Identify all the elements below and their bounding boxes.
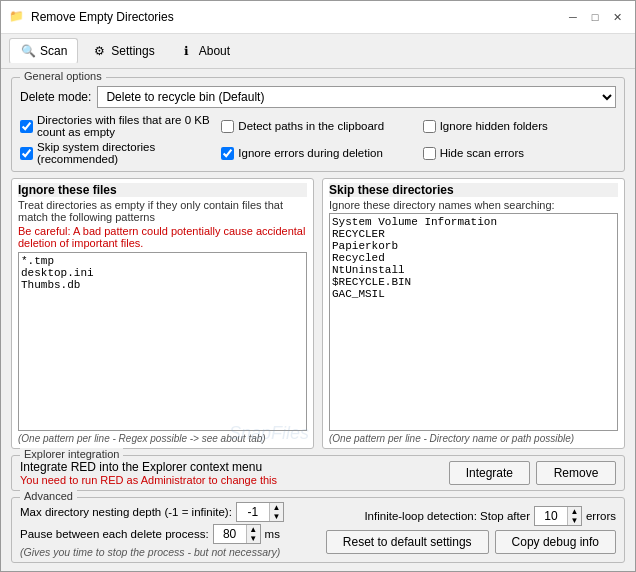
infinite-spin-buttons: ▲ ▼ [567,507,581,525]
max-depth-spinbox: ▲ ▼ [236,502,284,522]
close-button[interactable]: ✕ [607,7,627,27]
checkbox-row-3[interactable]: Skip system directories (recommended) [20,141,213,165]
infinite-spinbox: ▲ ▼ [534,506,582,526]
explorer-warn: You need to run RED as Administrator to … [20,474,449,486]
title-bar-left: 📁 Remove Empty Directories [9,9,174,25]
checkbox-label-3: Skip system directories (recommended) [37,141,213,165]
checkbox-label-5: Hide scan errors [440,147,524,159]
delete-mode-label: Delete mode: [20,90,91,104]
skip-dirs-panel: Skip these directories Ignore these dire… [322,178,625,449]
infinite-input[interactable] [535,507,567,525]
pause-up[interactable]: ▲ [246,525,260,534]
toolbar: 🔍 Scan ⚙ Settings ℹ About [1,34,635,69]
checkbox-row-0[interactable]: Directories with files that are 0 KB cou… [20,114,213,138]
checkbox-row-5[interactable]: Hide scan errors [423,141,616,165]
tab-about[interactable]: ℹ About [168,38,241,64]
app-icon: 📁 [9,9,25,25]
two-panels: Ignore these files Treat directories as … [11,178,625,449]
app-window: 📁 Remove Empty Directories ─ □ ✕ 🔍 Scan … [0,0,636,572]
integrate-button[interactable]: Integrate [449,461,530,485]
checkbox-label-2: Ignore hidden folders [440,120,548,132]
skip-dirs-title: Skip these directories [329,183,618,197]
delete-mode-select[interactable]: Delete to recycle bin (Default) Delete p… [97,86,616,108]
max-depth-spin-buttons: ▲ ▼ [269,503,283,521]
tab-settings-label: Settings [111,44,154,58]
ignore-files-textarea[interactable]: *.tmp desktop.ini Thumbs.db [18,252,307,431]
explorer-label: Explorer integration [20,448,123,460]
explorer-title: Integrate RED into the Explorer context … [20,460,449,474]
maximize-button[interactable]: □ [585,7,605,27]
tab-scan-label: Scan [40,44,67,58]
checkbox-row-4[interactable]: Ignore errors during deletion [221,141,414,165]
pause-unit: ms [265,528,280,540]
skip-dirs-desc: Ignore these directory names when search… [329,199,618,211]
explorer-row: Integrate RED into the Explorer context … [20,460,616,486]
skip-dirs-textarea[interactable]: System Volume Information RECYCLER Papie… [329,213,618,431]
ignore-files-panel: Ignore these files Treat directories as … [11,178,314,449]
checkbox-label-4: Ignore errors during deletion [238,147,382,159]
explorer-text-col: Integrate RED into the Explorer context … [20,460,449,486]
checkbox-2[interactable] [423,120,436,133]
remove-button[interactable]: Remove [536,461,616,485]
general-options-group: General options Delete mode: Delete to r… [11,77,625,172]
checkbox-4[interactable] [221,147,234,160]
debug-button[interactable]: Copy debug info [495,530,616,554]
minimize-button[interactable]: ─ [563,7,583,27]
checkbox-3[interactable] [20,147,33,160]
delete-mode-row: Delete mode: Delete to recycle bin (Defa… [20,86,616,108]
advanced-group: Advanced Max directory nesting depth (-1… [11,497,625,563]
tab-about-label: About [199,44,230,58]
skip-dirs-hint: (One pattern per line - Directory name o… [329,433,618,444]
window-controls: ─ □ ✕ [563,7,627,27]
advanced-right: Infinite-loop detection: Stop after ▲ ▼ … [326,506,616,554]
checkbox-label-1: Detect paths in the clipboard [238,120,384,132]
checkbox-label-0: Directories with files that are 0 KB cou… [37,114,213,138]
max-depth-up[interactable]: ▲ [269,503,283,512]
infinite-unit: errors [586,510,616,522]
infinite-down[interactable]: ▼ [567,516,581,525]
reset-button[interactable]: Reset to default settings [326,530,489,554]
advanced-hint: (Gives you time to stop the process - bu… [20,546,318,558]
max-depth-row: Max directory nesting depth (-1 = infini… [20,502,318,522]
infinite-label: Infinite-loop detection: Stop after [364,510,530,522]
pause-spin-buttons: ▲ ▼ [246,525,260,543]
pause-label: Pause between each delete process: [20,528,209,540]
title-bar: 📁 Remove Empty Directories ─ □ ✕ [1,1,635,34]
explorer-group: Explorer integration Integrate RED into … [11,455,625,491]
checkbox-5[interactable] [423,147,436,160]
title-text: Remove Empty Directories [31,10,174,24]
pause-spinbox: ▲ ▼ [213,524,261,544]
advanced-label: Advanced [20,490,77,502]
checkbox-row-2[interactable]: Ignore hidden folders [423,114,616,138]
pause-input[interactable] [214,525,246,543]
general-options-label: General options [20,70,106,82]
about-icon: ℹ [179,43,195,59]
settings-icon: ⚙ [91,43,107,59]
ignore-files-desc: Treat directories as empty if they only … [18,199,307,223]
checkbox-row-1[interactable]: Detect paths in the clipboard [221,114,414,138]
checkbox-0[interactable] [20,120,33,133]
tab-scan[interactable]: 🔍 Scan [9,38,78,64]
pause-down[interactable]: ▼ [246,534,260,543]
max-depth-label: Max directory nesting depth (-1 = infini… [20,506,232,518]
advanced-left: Max directory nesting depth (-1 = infini… [20,502,318,558]
max-depth-down[interactable]: ▼ [269,512,283,521]
max-depth-input[interactable] [237,503,269,521]
bottom-buttons: Reset to default settings Copy debug inf… [326,530,616,554]
tab-settings[interactable]: ⚙ Settings [80,38,165,64]
advanced-row: Max directory nesting depth (-1 = infini… [20,502,616,558]
infinite-row: Infinite-loop detection: Stop after ▲ ▼ … [364,506,616,526]
checkboxes-grid: Directories with files that are 0 KB cou… [20,114,616,165]
infinite-up[interactable]: ▲ [567,507,581,516]
ignore-files-title: Ignore these files [18,183,307,197]
pause-row: Pause between each delete process: ▲ ▼ m… [20,524,318,544]
main-content: General options Delete mode: Delete to r… [1,69,635,571]
ignore-files-hint: (One pattern per line - Regex possible -… [18,433,307,444]
checkbox-1[interactable] [221,120,234,133]
explorer-buttons: Integrate Remove [449,461,616,485]
ignore-files-warn: Be careful: A bad pattern could potentia… [18,225,307,249]
scan-icon: 🔍 [20,43,36,59]
